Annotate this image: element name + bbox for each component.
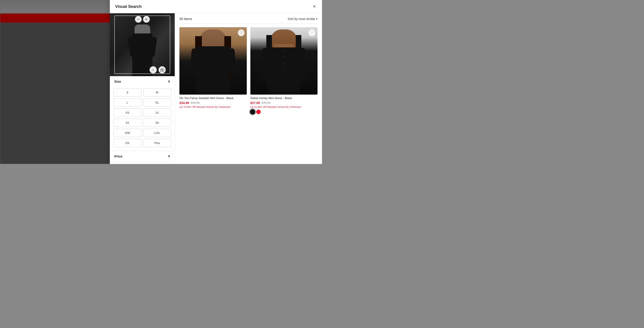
modal-title: Visual Search [115, 4, 142, 9]
modal-body: − + + [110, 13, 322, 164]
product-image-1: ♡ [180, 27, 247, 95]
price-filter-label: Price [114, 154, 122, 158]
product-image-2: ♡ [250, 27, 318, 95]
filters-section: Size S M L XL XS 1X 2X [110, 76, 175, 162]
visual-search-modal: Visual Search × [110, 0, 322, 164]
sale-price-1: $34.99 [180, 101, 189, 105]
size-m[interactable]: M [143, 88, 171, 97]
zoom-in-button[interactable]: + [143, 16, 150, 23]
results-header: 50 items Sort by most similar ▾ [180, 13, 318, 24]
image-toolbar: − + [135, 16, 150, 23]
left-panel: − + + [110, 13, 175, 164]
size-sm[interactable]: S/M [114, 129, 142, 137]
right-panel: 50 items Sort by most similar ▾ [175, 13, 322, 164]
swatch-red[interactable] [256, 110, 261, 114]
sort-control[interactable]: Sort by most similar ▾ [288, 17, 318, 21]
product-prices-1: $34.99 $49.99 [180, 101, 247, 105]
modal-overlay: Visual Search × [0, 0, 322, 164]
swatch-black[interactable] [250, 110, 255, 114]
crop-overlay [114, 16, 170, 74]
product-prices-2: $27.99 $39.99 [250, 101, 318, 105]
results-sticky-header: 50 items Sort by most similar ▾ [180, 13, 318, 24]
product-name-2: Sweet Honey Mini Dress - Black [250, 96, 318, 100]
size-filter-header[interactable]: Size [110, 76, 175, 87]
wishlist-button-1[interactable]: ♡ [238, 30, 244, 36]
size-2x[interactable]: 2X [114, 119, 142, 127]
size-filter-group: Size S M L XL XS 1X 2X [110, 76, 175, 151]
image-upload-area: − + + [110, 13, 175, 76]
original-price-1: $49.99 [191, 101, 200, 105]
original-price-2: $39.99 [262, 101, 270, 105]
promo-text-1: Up To 80% Off Sitewide! Arrives By Chris… [180, 106, 247, 108]
product-info-1: Oh You Fancy Sweater Mini Dress - Black … [180, 95, 247, 109]
size-s[interactable]: S [114, 88, 142, 97]
product-card-2[interactable]: ♡ Sweet Honey Mini Dress - Black $27.99 … [250, 27, 318, 115]
sort-chevron-icon: ▾ [316, 17, 318, 21]
add-region-button[interactable]: + [150, 66, 157, 74]
heart-icon-1: ♡ [240, 31, 243, 35]
zoom-out-button[interactable]: − [135, 16, 142, 23]
wishlist-button-2[interactable]: ♡ [308, 30, 315, 36]
size-grid: S M L XL XS 1X 2X 3X S/M L/XL OS [114, 88, 171, 147]
product-card-1[interactable]: ♡ Oh You Fancy Sweater Mini Dress - Blac… [180, 27, 247, 115]
size-3x[interactable]: 3X [143, 119, 171, 127]
heart-icon-2: ♡ [310, 31, 314, 35]
modal-header: Visual Search × [110, 0, 322, 13]
size-lxl[interactable]: L/XL [143, 129, 171, 137]
promo-text-2: Up To 80% Off Sitewide! Arrives By Chris… [250, 106, 318, 108]
price-filter-header[interactable]: Price [110, 151, 175, 161]
results-count: 50 items [180, 17, 192, 21]
product-grid: ♡ Oh You Fancy Sweater Mini Dress - Blac… [180, 24, 318, 119]
size-xl[interactable]: XL [143, 98, 171, 107]
color-swatches-2 [250, 110, 318, 114]
size-filter-content: S M L XL XS 1X 2X 3X S/M L/XL OS [110, 87, 175, 151]
price-chevron-icon [168, 154, 170, 158]
uploaded-image: − + + [110, 13, 175, 76]
size-plus[interactable]: Plus [143, 139, 171, 147]
sort-label: Sort by most similar [288, 17, 315, 21]
svg-point-0 [162, 69, 162, 71]
product-info-2: Sweet Honey Mini Dress - Black $27.99 $3… [250, 95, 318, 115]
size-filter-label: Size [114, 80, 121, 83]
image-bottom-toolbar: + [150, 66, 166, 74]
price-filter-group: Price [110, 151, 175, 162]
size-xs[interactable]: XS [114, 109, 142, 117]
size-os[interactable]: OS [114, 139, 142, 147]
size-l[interactable]: L [114, 98, 142, 107]
camera-button[interactable] [158, 66, 166, 74]
size-1x[interactable]: 1X [143, 109, 171, 117]
product-name-1: Oh You Fancy Sweater Mini Dress - Black [180, 96, 247, 100]
size-chevron-icon [168, 79, 170, 83]
close-button[interactable]: × [312, 3, 316, 10]
sale-price-2: $27.99 [250, 101, 260, 105]
